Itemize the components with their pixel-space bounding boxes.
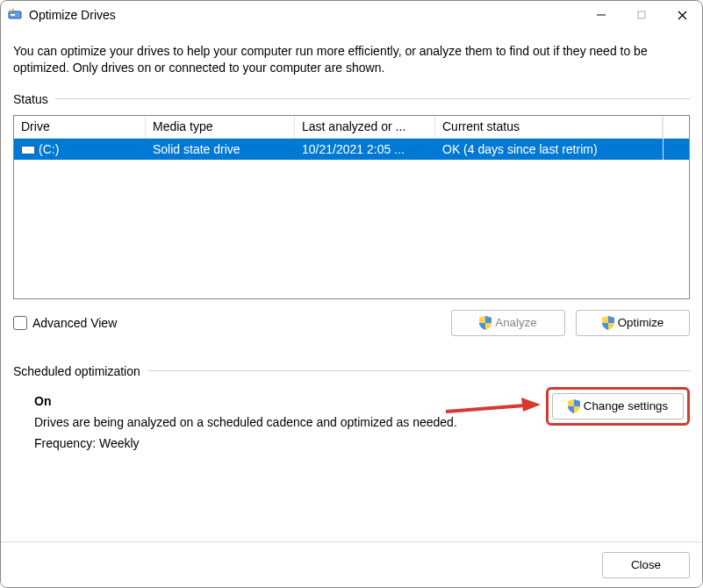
intro-text: You can optimize your drives to help you… — [13, 43, 690, 76]
table-row[interactable]: (C:) Solid state drive 10/21/2021 2:05 .… — [14, 139, 689, 160]
col-header-last[interactable]: Last analyzed or ... — [295, 116, 435, 138]
col-header-media[interactable]: Media type — [146, 116, 295, 138]
scheduled-heading: Scheduled optimization — [13, 364, 140, 378]
annotation-arrow — [444, 398, 541, 423]
shield-icon — [602, 316, 614, 330]
drive-label: (C:) — [39, 142, 59, 156]
window-title: Optimize Drives — [29, 8, 116, 22]
window-controls — [581, 1, 702, 29]
cell-media: Solid state drive — [146, 139, 295, 160]
svg-marker-10 — [521, 398, 541, 412]
cell-drive: (C:) — [14, 139, 146, 160]
svg-point-4 — [14, 11, 16, 12]
shield-icon — [479, 316, 491, 330]
drive-icon — [21, 146, 35, 154]
shield-icon — [568, 399, 580, 413]
minimize-button[interactable] — [581, 1, 621, 29]
optimize-button[interactable]: Optimize — [576, 310, 690, 336]
app-icon — [8, 8, 22, 22]
table-header: Drive Media type Last analyzed or ... Cu… — [14, 116, 689, 139]
footer: Close — [1, 541, 702, 587]
status-heading: Status — [13, 92, 48, 106]
col-header-drive[interactable]: Drive — [14, 116, 146, 138]
change-settings-button[interactable]: Change settings — [552, 393, 684, 419]
optimize-label: Optimize — [618, 316, 664, 329]
analyze-label: Analyze — [495, 316, 536, 329]
close-button[interactable]: Close — [602, 552, 690, 578]
close-label: Close — [631, 558, 661, 571]
change-settings-label: Change settings — [584, 399, 668, 412]
col-header-status[interactable]: Current status — [435, 116, 663, 138]
advanced-view-label: Advanced View — [32, 316, 117, 330]
close-window-button[interactable] — [662, 1, 702, 29]
annotation-highlight: Change settings — [546, 387, 690, 426]
drives-table: Drive Media type Last analyzed or ... Cu… — [13, 115, 690, 299]
scheduled-heading-row: Scheduled optimization — [13, 364, 690, 378]
svg-point-3 — [12, 9, 14, 11]
svg-line-9 — [446, 405, 525, 412]
titlebar: Optimize Drives — [1, 1, 702, 29]
maximize-button[interactable] — [621, 1, 662, 29]
advanced-view-checkbox[interactable]: Advanced View — [13, 316, 117, 330]
svg-rect-6 — [638, 11, 645, 18]
cell-last: 10/21/2021 2:05 ... — [295, 139, 435, 160]
svg-rect-1 — [11, 14, 15, 16]
status-heading-row: Status — [13, 92, 690, 106]
cell-status: OK (4 days since last retrim) — [435, 139, 663, 160]
scheduled-frequency: Frequency: Weekly — [34, 436, 690, 450]
col-header-scroll — [663, 116, 689, 138]
analyze-button: Analyze — [451, 310, 565, 336]
svg-point-2 — [10, 10, 12, 12]
checkbox-box — [13, 316, 27, 330]
